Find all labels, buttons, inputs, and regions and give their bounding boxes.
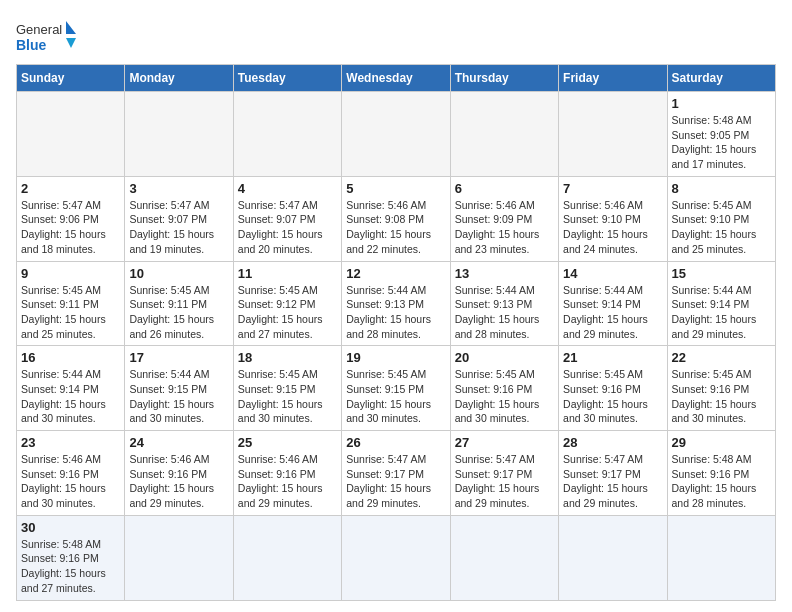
day-number: 5 bbox=[346, 181, 445, 196]
day-number: 6 bbox=[455, 181, 554, 196]
calendar-cell: 18Sunrise: 5:45 AM Sunset: 9:15 PM Dayli… bbox=[233, 346, 341, 431]
col-header-wednesday: Wednesday bbox=[342, 65, 450, 92]
day-info: Sunrise: 5:45 AM Sunset: 9:11 PM Dayligh… bbox=[21, 283, 120, 342]
svg-marker-3 bbox=[66, 38, 76, 48]
generalblue-logo-icon: General Blue bbox=[16, 16, 76, 56]
day-number: 17 bbox=[129, 350, 228, 365]
day-number: 13 bbox=[455, 266, 554, 281]
day-info: Sunrise: 5:45 AM Sunset: 9:12 PM Dayligh… bbox=[238, 283, 337, 342]
svg-text:General: General bbox=[16, 22, 62, 37]
day-number: 19 bbox=[346, 350, 445, 365]
calendar-cell bbox=[450, 92, 558, 177]
day-number: 8 bbox=[672, 181, 771, 196]
day-info: Sunrise: 5:44 AM Sunset: 9:14 PM Dayligh… bbox=[21, 367, 120, 426]
day-number: 1 bbox=[672, 96, 771, 111]
day-info: Sunrise: 5:46 AM Sunset: 9:09 PM Dayligh… bbox=[455, 198, 554, 257]
day-number: 9 bbox=[21, 266, 120, 281]
day-number: 2 bbox=[21, 181, 120, 196]
day-number: 21 bbox=[563, 350, 662, 365]
calendar-cell: 12Sunrise: 5:44 AM Sunset: 9:13 PM Dayli… bbox=[342, 261, 450, 346]
calendar-cell: 27Sunrise: 5:47 AM Sunset: 9:17 PM Dayli… bbox=[450, 431, 558, 516]
calendar-cell: 29Sunrise: 5:48 AM Sunset: 9:16 PM Dayli… bbox=[667, 431, 775, 516]
calendar-cell: 1Sunrise: 5:48 AM Sunset: 9:05 PM Daylig… bbox=[667, 92, 775, 177]
day-number: 14 bbox=[563, 266, 662, 281]
day-info: Sunrise: 5:48 AM Sunset: 9:16 PM Dayligh… bbox=[21, 537, 120, 596]
day-info: Sunrise: 5:45 AM Sunset: 9:16 PM Dayligh… bbox=[455, 367, 554, 426]
calendar-cell: 25Sunrise: 5:46 AM Sunset: 9:16 PM Dayli… bbox=[233, 431, 341, 516]
calendar-cell bbox=[667, 515, 775, 600]
day-info: Sunrise: 5:47 AM Sunset: 9:17 PM Dayligh… bbox=[346, 452, 445, 511]
day-number: 15 bbox=[672, 266, 771, 281]
day-number: 16 bbox=[21, 350, 120, 365]
day-info: Sunrise: 5:48 AM Sunset: 9:05 PM Dayligh… bbox=[672, 113, 771, 172]
col-header-monday: Monday bbox=[125, 65, 233, 92]
calendar-cell bbox=[342, 515, 450, 600]
calendar-cell bbox=[125, 515, 233, 600]
day-info: Sunrise: 5:47 AM Sunset: 9:17 PM Dayligh… bbox=[563, 452, 662, 511]
calendar-cell bbox=[233, 92, 341, 177]
header: General Blue bbox=[16, 16, 776, 56]
calendar-header-row: SundayMondayTuesdayWednesdayThursdayFrid… bbox=[17, 65, 776, 92]
day-info: Sunrise: 5:44 AM Sunset: 9:14 PM Dayligh… bbox=[563, 283, 662, 342]
col-header-friday: Friday bbox=[559, 65, 667, 92]
day-info: Sunrise: 5:46 AM Sunset: 9:16 PM Dayligh… bbox=[238, 452, 337, 511]
day-number: 28 bbox=[563, 435, 662, 450]
calendar-week-row: 2Sunrise: 5:47 AM Sunset: 9:06 PM Daylig… bbox=[17, 176, 776, 261]
day-number: 7 bbox=[563, 181, 662, 196]
day-info: Sunrise: 5:45 AM Sunset: 9:10 PM Dayligh… bbox=[672, 198, 771, 257]
calendar-cell: 26Sunrise: 5:47 AM Sunset: 9:17 PM Dayli… bbox=[342, 431, 450, 516]
calendar-cell: 14Sunrise: 5:44 AM Sunset: 9:14 PM Dayli… bbox=[559, 261, 667, 346]
calendar-cell: 9Sunrise: 5:45 AM Sunset: 9:11 PM Daylig… bbox=[17, 261, 125, 346]
day-info: Sunrise: 5:44 AM Sunset: 9:15 PM Dayligh… bbox=[129, 367, 228, 426]
day-number: 30 bbox=[21, 520, 120, 535]
calendar-cell bbox=[559, 515, 667, 600]
day-number: 4 bbox=[238, 181, 337, 196]
day-number: 22 bbox=[672, 350, 771, 365]
calendar-week-row: 23Sunrise: 5:46 AM Sunset: 9:16 PM Dayli… bbox=[17, 431, 776, 516]
day-info: Sunrise: 5:45 AM Sunset: 9:15 PM Dayligh… bbox=[346, 367, 445, 426]
col-header-thursday: Thursday bbox=[450, 65, 558, 92]
day-number: 26 bbox=[346, 435, 445, 450]
calendar-week-row: 1Sunrise: 5:48 AM Sunset: 9:05 PM Daylig… bbox=[17, 92, 776, 177]
day-info: Sunrise: 5:45 AM Sunset: 9:16 PM Dayligh… bbox=[672, 367, 771, 426]
calendar-cell bbox=[559, 92, 667, 177]
svg-text:Blue: Blue bbox=[16, 37, 47, 53]
day-info: Sunrise: 5:45 AM Sunset: 9:15 PM Dayligh… bbox=[238, 367, 337, 426]
calendar-cell: 4Sunrise: 5:47 AM Sunset: 9:07 PM Daylig… bbox=[233, 176, 341, 261]
day-info: Sunrise: 5:46 AM Sunset: 9:16 PM Dayligh… bbox=[129, 452, 228, 511]
day-info: Sunrise: 5:46 AM Sunset: 9:08 PM Dayligh… bbox=[346, 198, 445, 257]
day-number: 27 bbox=[455, 435, 554, 450]
day-number: 24 bbox=[129, 435, 228, 450]
calendar-cell: 15Sunrise: 5:44 AM Sunset: 9:14 PM Dayli… bbox=[667, 261, 775, 346]
day-info: Sunrise: 5:44 AM Sunset: 9:13 PM Dayligh… bbox=[346, 283, 445, 342]
calendar-cell: 19Sunrise: 5:45 AM Sunset: 9:15 PM Dayli… bbox=[342, 346, 450, 431]
calendar-cell: 10Sunrise: 5:45 AM Sunset: 9:11 PM Dayli… bbox=[125, 261, 233, 346]
calendar-cell: 20Sunrise: 5:45 AM Sunset: 9:16 PM Dayli… bbox=[450, 346, 558, 431]
calendar-cell: 30Sunrise: 5:48 AM Sunset: 9:16 PM Dayli… bbox=[17, 515, 125, 600]
day-info: Sunrise: 5:44 AM Sunset: 9:14 PM Dayligh… bbox=[672, 283, 771, 342]
svg-marker-2 bbox=[66, 21, 76, 34]
calendar-cell: 13Sunrise: 5:44 AM Sunset: 9:13 PM Dayli… bbox=[450, 261, 558, 346]
calendar-cell: 23Sunrise: 5:46 AM Sunset: 9:16 PM Dayli… bbox=[17, 431, 125, 516]
logo: General Blue bbox=[16, 16, 76, 56]
calendar-cell: 16Sunrise: 5:44 AM Sunset: 9:14 PM Dayli… bbox=[17, 346, 125, 431]
calendar-cell: 28Sunrise: 5:47 AM Sunset: 9:17 PM Dayli… bbox=[559, 431, 667, 516]
calendar-cell: 24Sunrise: 5:46 AM Sunset: 9:16 PM Dayli… bbox=[125, 431, 233, 516]
day-number: 29 bbox=[672, 435, 771, 450]
calendar-cell bbox=[342, 92, 450, 177]
day-info: Sunrise: 5:45 AM Sunset: 9:11 PM Dayligh… bbox=[129, 283, 228, 342]
calendar-cell bbox=[233, 515, 341, 600]
col-header-saturday: Saturday bbox=[667, 65, 775, 92]
calendar-cell bbox=[17, 92, 125, 177]
day-info: Sunrise: 5:45 AM Sunset: 9:16 PM Dayligh… bbox=[563, 367, 662, 426]
calendar-cell: 2Sunrise: 5:47 AM Sunset: 9:06 PM Daylig… bbox=[17, 176, 125, 261]
calendar-week-row: 9Sunrise: 5:45 AM Sunset: 9:11 PM Daylig… bbox=[17, 261, 776, 346]
calendar-cell: 11Sunrise: 5:45 AM Sunset: 9:12 PM Dayli… bbox=[233, 261, 341, 346]
calendar-cell: 21Sunrise: 5:45 AM Sunset: 9:16 PM Dayli… bbox=[559, 346, 667, 431]
calendar-table: SundayMondayTuesdayWednesdayThursdayFrid… bbox=[16, 64, 776, 601]
day-number: 3 bbox=[129, 181, 228, 196]
calendar-cell: 7Sunrise: 5:46 AM Sunset: 9:10 PM Daylig… bbox=[559, 176, 667, 261]
day-number: 18 bbox=[238, 350, 337, 365]
calendar-cell: 3Sunrise: 5:47 AM Sunset: 9:07 PM Daylig… bbox=[125, 176, 233, 261]
day-number: 20 bbox=[455, 350, 554, 365]
